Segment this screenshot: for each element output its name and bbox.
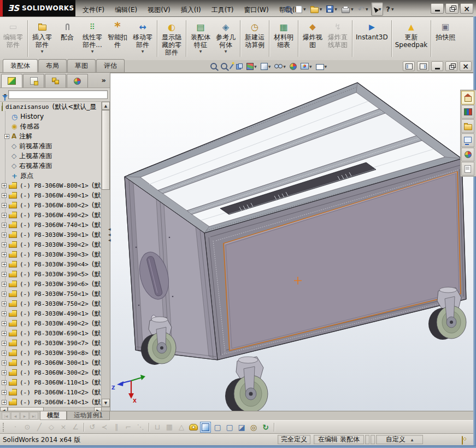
expand-toggle[interactable]: + <box>2 223 7 228</box>
expand-toggle[interactable]: + <box>2 321 7 326</box>
cube-b-button[interactable]: ▢ <box>224 422 235 433</box>
tree-part-row[interactable]: +(-) P8-3030W-390<2>(默 <box>0 240 102 249</box>
dropdown-arrow-icon[interactable]: ▼ <box>199 49 202 53</box>
expand-toggle[interactable]: + <box>2 203 7 208</box>
dropdown-arrow-icon[interactable]: ▼ <box>283 65 286 68</box>
tree-item-6[interactable]: +原点 <box>0 171 102 181</box>
zoom-fit-button[interactable] <box>209 62 218 70</box>
tree-item-3[interactable]: ◇前视基准面 <box>0 141 102 151</box>
cm-button-mate[interactable]: 配合 <box>55 18 80 59</box>
model-tab-运动算例1[interactable]: 运动算例1 <box>67 411 110 420</box>
dropdown-arrow-icon[interactable]: ▼ <box>268 65 271 68</box>
minimize-button[interactable] <box>431 3 444 14</box>
tree-part-row[interactable]: +(-) P8-3060W-110<1>(默 <box>0 377 102 387</box>
cm-button-insert-component[interactable]: 插入零部件▼ <box>30 18 55 59</box>
dropdown-arrow-icon[interactable]: ▼ <box>366 7 368 11</box>
select-cursor-button[interactable]: ▼ <box>371 2 384 16</box>
menu-t[interactable]: 工具(T) <box>207 3 239 17</box>
dropdown-arrow-icon[interactable]: ▼ <box>41 49 44 53</box>
print-button[interactable]: ▼ <box>340 3 355 15</box>
dropdown-arrow-icon[interactable]: ▼ <box>142 49 144 53</box>
expand-toggle[interactable]: + <box>2 380 7 385</box>
tree-part-row[interactable]: +(-) P8-3030W-390<8>(默 <box>0 348 102 358</box>
tree-part-row[interactable]: +(-) P8-3030W-390<3>(默 <box>0 249 102 259</box>
tree-filter-input[interactable] <box>8 90 108 99</box>
new-file-button[interactable]: ▼ <box>294 3 308 15</box>
tree-part-row[interactable]: +(-) P8-3060W-300<1>(默 <box>0 358 102 368</box>
tree-root-row[interactable]: dianzisansuo (默认<默认_显 <box>0 102 102 112</box>
tree-vertical-scrollbar[interactable]: ▲ ▼ <box>101 102 110 407</box>
expand-toggle[interactable]: + <box>2 213 7 218</box>
close-button[interactable]: × <box>460 3 473 14</box>
panel-tab-feature-manager[interactable] <box>1 74 22 88</box>
cm-button-move-component[interactable]: ↔移动零部件▼ <box>130 18 155 59</box>
dropdown-arrow-icon[interactable]: ▼ <box>391 7 394 11</box>
taskpane-custom-properties-button[interactable] <box>461 162 474 176</box>
panel-tab-property-manager[interactable] <box>23 74 44 88</box>
taskpane-view-palette-button[interactable] <box>461 133 474 147</box>
section-wand-button[interactable] <box>230 62 233 70</box>
tree-part-row[interactable]: +(-) P8-3030W-690<1>(默 <box>0 328 102 338</box>
expand-toggle[interactable]: + <box>2 262 7 267</box>
expand-toggle[interactable]: + <box>2 193 7 198</box>
cm-button-linear-pattern[interactable]: ⠿线性零部件...▼ <box>80 18 105 59</box>
dropdown-arrow-icon[interactable]: ▼ <box>320 7 322 11</box>
tree-part-row[interactable]: +(-) P8-3060W-800<1>(默 <box>0 181 102 190</box>
apply-scene-button[interactable]: ▼ <box>299 62 313 70</box>
tree-part-row[interactable]: +(-) P8-3060W-110<2>(默 <box>0 387 102 397</box>
dropdown-arrow-icon[interactable]: ▼ <box>254 65 257 68</box>
dropdown-arrow-icon[interactable]: ▼ <box>334 7 337 11</box>
cm-button-update-speedpak[interactable]: ▲更新Speedpak <box>393 18 430 59</box>
tree-part-row[interactable]: +(-) P8-3060W-140<1>(默 <box>0 397 102 407</box>
rings-button[interactable]: ◎ <box>248 422 259 433</box>
help-button[interactable]: ?▼ <box>384 3 395 15</box>
open-button[interactable]: ▼ <box>309 3 324 15</box>
scroll-up-arrow[interactable]: ▲ <box>102 102 110 110</box>
refresh-button[interactable]: ↻ <box>260 422 271 433</box>
doc-minimize-button[interactable] <box>431 61 443 71</box>
taskpane-file-explorer-button[interactable] <box>461 119 474 133</box>
tab-草图[interactable]: 草图 <box>67 59 96 72</box>
expand-toggle[interactable]: + <box>2 390 7 395</box>
undo-button[interactable]: ↶▼ <box>356 3 370 15</box>
expand-toggle[interactable]: + <box>2 183 7 188</box>
expand-toggle[interactable]: + <box>2 351 7 356</box>
tree-part-row[interactable]: +(-) P8-3060W-800<2>(默 <box>0 200 102 210</box>
menu-w[interactable]: 窗口(W) <box>239 3 273 17</box>
expand-toggle[interactable]: + <box>4 134 9 139</box>
expand-toggle[interactable]: + <box>2 370 7 375</box>
expand-toggle[interactable]: + <box>2 272 7 277</box>
doc-pane-left-button[interactable] <box>403 61 415 71</box>
tree-part-row[interactable]: +(-) P8-3030W-750<1>(默 <box>0 289 102 299</box>
status-segment-4[interactable]: 自定义▲ <box>376 435 423 444</box>
expand-toggle[interactable]: + <box>2 301 7 306</box>
tree-part-row[interactable]: +(-) P8-3030W-390<5>(默 <box>0 269 102 279</box>
expand-toggle[interactable]: + <box>2 360 7 365</box>
section-cube-button[interactable]: ◪ <box>236 422 247 433</box>
expand-toggle[interactable]: + <box>2 341 7 346</box>
restore-button[interactable] <box>445 3 459 14</box>
cm-button-show-hidden-components[interactable]: ◐显示隐藏的零部件 <box>159 18 184 59</box>
scrollbar-thumb[interactable] <box>102 110 110 190</box>
tree-part-row[interactable]: +(-) P8-3030W-390<6>(默 <box>0 279 102 289</box>
view-settings-button[interactable]: ▼ <box>315 62 328 71</box>
dropdown-arrow-icon[interactable]: ▼ <box>303 7 306 11</box>
edit-appearance-button[interactable] <box>289 62 298 71</box>
view-orientation-button[interactable]: ▼ <box>245 62 258 71</box>
expand-toggle[interactable]: + <box>2 282 7 287</box>
cm-button-bom[interactable]: ▦材料明细表 <box>271 18 296 59</box>
tree-item-2[interactable]: +A注解 <box>0 131 102 141</box>
tree-item-1[interactable]: ◉传感器 <box>0 121 102 131</box>
cm-button-smart-fasteners[interactable]: *智能扣件 <box>105 18 130 59</box>
expand-toggle[interactable]: + <box>2 242 7 247</box>
zoom-area-button[interactable] <box>220 62 228 70</box>
doc-close-button[interactable]: × <box>460 61 472 71</box>
cm-button-assembly-features[interactable]: ▤装配体特征▼ <box>188 18 213 59</box>
dropdown-arrow-icon[interactable]: ▼ <box>351 7 354 11</box>
dropdown-arrow-icon[interactable]: ▼ <box>325 65 327 68</box>
cm-button-instant3d[interactable]: ▶Instant3D <box>354 18 390 59</box>
panel-tab-configuration-manager[interactable] <box>45 74 66 88</box>
expand-toggle[interactable]: + <box>2 292 7 296</box>
expand-toggle[interactable]: + <box>2 252 7 257</box>
panel-tab-overflow[interactable]: » <box>102 76 106 84</box>
